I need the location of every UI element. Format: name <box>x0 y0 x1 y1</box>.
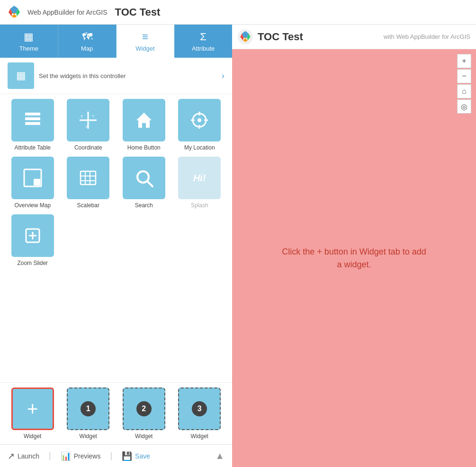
add-widget-plus-icon: + <box>27 399 38 418</box>
tab-map[interactable]: 🗺 Map <box>58 25 117 58</box>
toolbar-separator-1: | <box>49 451 51 461</box>
widget-badge-1: 1 <box>81 401 96 416</box>
widget-home-button[interactable]: Home Button <box>119 99 169 151</box>
tab-attribute[interactable]: Σ Attribute <box>174 25 232 58</box>
widget-grid-main: Attribute Table X Y Z Coordinate <box>8 99 225 266</box>
map-controls: + − ⌂ ◎ <box>457 54 471 114</box>
widget-zoom-slider[interactable]: Zoom Slider <box>8 214 58 266</box>
toolbar-arrow-icon[interactable]: ▲ <box>215 450 225 461</box>
map-message: Click the + button in Widget tab to add … <box>282 246 426 271</box>
bottom-toolbar: ↗ Launch | 📊 Previews | 💾 Save ▲ <box>0 444 232 467</box>
theme-icon: ▦ <box>24 31 34 43</box>
my-location-icon-box <box>178 99 221 141</box>
svg-point-11 <box>198 118 201 122</box>
map-preview-area: Click the + button in Widget tab to add … <box>232 49 476 467</box>
numbered-widget-box-2[interactable]: 2 <box>123 388 165 430</box>
widget-my-location[interactable]: My Location <box>175 99 225 151</box>
location-ctrl-button[interactable]: ◎ <box>457 99 471 114</box>
home-ctrl-button[interactable]: ⌂ <box>457 84 471 98</box>
overview-map-icon-box <box>11 157 54 199</box>
numbered-widget-3-label: Widget <box>191 433 208 440</box>
home-button-icon-box <box>123 99 165 141</box>
map-message-line2: a widget. <box>337 260 371 269</box>
controller-label: Set the widgets in this controller <box>39 72 217 79</box>
numbered-widget-1-label: Widget <box>80 433 97 440</box>
preview-subtitle: with Web AppBuilder for ArcGIS <box>384 33 470 40</box>
launch-icon: ↗ <box>8 451 15 461</box>
widget-attribute-table[interactable]: Attribute Table <box>8 99 58 151</box>
zoom-slider-svg <box>22 225 43 246</box>
app-title: TOC Test <box>115 6 161 18</box>
attribute-table-label: Attribute Table <box>15 144 51 151</box>
preview-title: TOC Test <box>258 31 303 43</box>
tab-theme[interactable]: ▦ Theme <box>0 25 58 58</box>
widget-badge-3: 3 <box>192 401 207 416</box>
overview-map-label: Overview Map <box>14 202 51 209</box>
svg-text:Y: Y <box>92 114 95 118</box>
widget-icon: ≡ <box>142 31 148 43</box>
zoom-slider-label: Zoom Slider <box>17 260 48 266</box>
map-icon: 🗺 <box>82 31 92 43</box>
zoom-in-button[interactable]: + <box>457 54 471 68</box>
add-widget-item[interactable]: + Widget <box>8 388 58 440</box>
widget-scalebar[interactable]: Scalebar <box>63 157 114 209</box>
previews-icon: 📊 <box>61 451 71 461</box>
tab-attribute-label: Attribute <box>192 45 215 52</box>
numbered-widget-2-label: Widget <box>135 433 153 440</box>
toolbar-separator-2: | <box>110 451 112 461</box>
save-button[interactable]: 💾 Save <box>122 451 150 461</box>
zoom-slider-icon-box <box>11 214 54 257</box>
numbered-widget-2[interactable]: 2 Widget <box>119 388 169 440</box>
svg-rect-18 <box>81 171 96 185</box>
app-name-label: Web AppBuilder for ArcGIS <box>27 9 108 16</box>
svg-rect-3 <box>25 122 40 125</box>
svg-text:X: X <box>81 114 83 118</box>
coordinate-icon-box: X Y Z <box>67 99 109 141</box>
add-widget-box[interactable]: + <box>11 388 54 430</box>
zoom-out-button[interactable]: − <box>457 69 471 83</box>
numbered-widget-box-1[interactable]: 1 <box>67 388 109 430</box>
numbered-widget-box-3[interactable]: 3 <box>178 388 221 430</box>
tab-widget-label: Widget <box>135 45 154 52</box>
launch-button[interactable]: ↗ Launch <box>8 451 39 461</box>
scalebar-icon-box <box>67 157 109 199</box>
widget-grid-area: Attribute Table X Y Z Coordinate <box>0 94 232 382</box>
widget-coordinate[interactable]: X Y Z Coordinate <box>63 99 114 151</box>
splash-icon-box: Hi! <box>178 157 221 199</box>
svg-rect-1 <box>25 113 40 115</box>
topbar: Web AppBuilder for ArcGIS TOC Test <box>0 0 476 25</box>
numbered-widget-1[interactable]: 1 Widget <box>63 388 114 440</box>
controller-icon: ▦ <box>8 62 34 89</box>
scalebar-svg <box>78 167 99 188</box>
attribute-table-icon-box <box>11 99 54 141</box>
previews-button[interactable]: 📊 Previews <box>61 451 101 461</box>
tab-theme-label: Theme <box>19 45 38 52</box>
widget-splash[interactable]: Hi! Splash <box>175 157 225 209</box>
tab-map-label: Map <box>81 45 93 52</box>
scalebar-label: Scalebar <box>77 202 99 209</box>
search-icon-box <box>123 157 165 199</box>
attribute-table-svg <box>23 111 42 130</box>
controller-row[interactable]: ▦ Set the widgets in this controller › <box>0 58 232 94</box>
save-label: Save <box>135 452 150 460</box>
svg-line-24 <box>147 181 153 186</box>
bottom-widget-row: + Widget 1 Widget 2 Widget <box>0 382 232 444</box>
tab-widget[interactable]: ≡ Widget <box>117 25 175 58</box>
add-widget-label: Widget <box>24 433 41 440</box>
splash-label: Splash <box>191 202 208 209</box>
preview-logo <box>238 29 253 44</box>
svg-marker-9 <box>136 113 152 128</box>
map-message-line1: Click the + button in Widget tab to add <box>282 247 426 256</box>
previews-label: Previews <box>74 452 101 460</box>
widget-search[interactable]: Search <box>119 157 169 209</box>
arcgis-logo <box>6 4 23 21</box>
numbered-widget-3[interactable]: 3 Widget <box>175 388 225 440</box>
home-button-svg <box>134 110 154 131</box>
svg-rect-2 <box>25 117 40 120</box>
my-location-label: My Location <box>184 144 215 151</box>
search-svg <box>134 167 154 188</box>
widget-overview-map[interactable]: Overview Map <box>8 157 58 209</box>
launch-label: Launch <box>18 452 39 460</box>
right-panel: TOC Test with Web AppBuilder for ArcGIS … <box>232 25 476 467</box>
save-icon: 💾 <box>122 451 132 461</box>
